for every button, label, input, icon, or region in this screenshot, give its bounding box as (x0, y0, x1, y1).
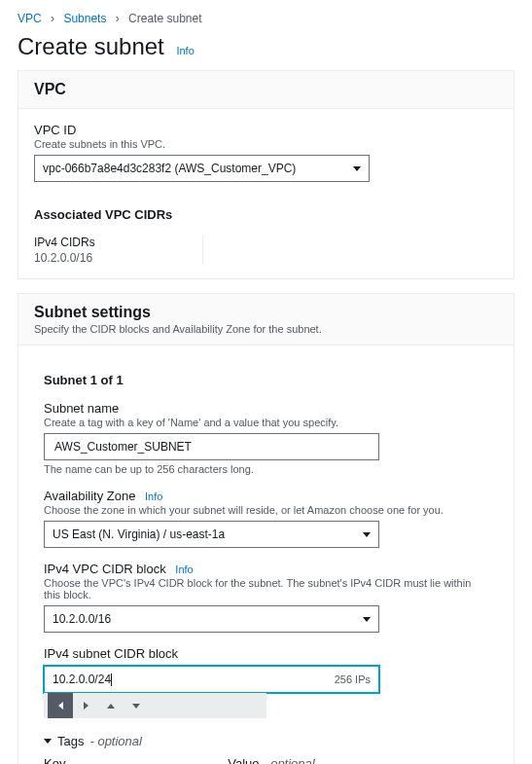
vpc-cidr-select[interactable]: 10.2.0.0/16 (44, 605, 379, 633)
info-link[interactable]: Info (176, 45, 194, 56)
arrow-left-icon (58, 702, 63, 709)
az-select[interactable]: US East (N. Virginia) / us-east-1a (44, 521, 379, 548)
ipv4-cidrs-label: IPv4 CIDRs (34, 236, 95, 249)
subnet-name-input[interactable] (44, 433, 379, 460)
vpc-id-label: VPC ID (34, 123, 498, 137)
caret-down-icon (44, 739, 52, 744)
subnet-cidr-label: IPv4 subnet CIDR block (44, 646, 488, 661)
subnet-name-help: Create a tag with a key of 'Name' and a … (44, 417, 488, 428)
az-help: Choose the zone in which your subnet wil… (44, 504, 488, 516)
vpc-cidr-info-link[interactable]: Info (175, 564, 193, 575)
vpc-id-help: Create subnets in this VPC. (34, 138, 498, 150)
cidr-up-button[interactable] (98, 693, 124, 718)
arrow-right-icon (84, 702, 89, 709)
breadcrumb-subnets[interactable]: Subnets (63, 12, 106, 25)
assoc-cidrs-heading: Associated VPC CIDRs (34, 207, 498, 222)
ipv4-cidrs-value: 10.2.0.0/16 (34, 251, 95, 265)
subnet-settings-sub: Specify the CIDR blocks and Availability… (34, 323, 498, 335)
subnet-counter: Subnet 1 of 1 (44, 373, 488, 387)
breadcrumb: VPC › Subnets › Create subnet (18, 12, 514, 25)
arrow-down-icon (132, 704, 140, 709)
subnet-name-label: Subnet name (44, 401, 488, 416)
tags-toggle[interactable]: Tags - optional (44, 734, 488, 748)
subnet-name-hint: The name can be up to 256 characters lon… (44, 463, 488, 475)
breadcrumb-vpc[interactable]: VPC (18, 12, 42, 25)
az-value: US East (N. Virginia) / us-east-1a (53, 528, 225, 541)
vpc-cidr-block-label: IPv4 VPC CIDR block Info (44, 562, 488, 576)
cidr-next-button[interactable] (73, 693, 98, 718)
vpc-card-heading: VPC (18, 71, 514, 109)
az-info-link[interactable]: Info (145, 491, 162, 502)
vpc-card: VPC VPC ID Create subnets in this VPC. v… (18, 70, 514, 279)
chevron-down-icon (363, 617, 371, 622)
cidr-stepper (44, 693, 266, 718)
subnet-settings-heading: Subnet settings (34, 304, 498, 321)
chevron-right-icon: › (116, 12, 120, 25)
vpc-id-value: vpc-066b7a8e4d3c283f2 (AWS_Customer_VPC) (43, 162, 296, 175)
chevron-down-icon (353, 166, 361, 171)
chevron-down-icon (363, 532, 371, 537)
vpc-cidr-value: 10.2.0.0/16 (53, 612, 111, 626)
subnet-cidr-input[interactable]: 10.2.0.0/24 256 IPs (44, 666, 379, 693)
tags-optional: - optional (89, 734, 141, 748)
subnet-cidr-value: 10.2.0.0/24 (53, 673, 112, 686)
subnet-name-field[interactable] (53, 434, 371, 459)
cidr-prev-button[interactable] (48, 693, 73, 718)
chevron-right-icon: › (51, 12, 54, 25)
subnet-settings-card: Subnet settings Specify the CIDR blocks … (18, 293, 514, 764)
vpc-cidr-help: Choose the VPC's IPv4 CIDR block for the… (44, 577, 488, 600)
breadcrumb-current: Create subnet (128, 12, 201, 25)
az-label: Availability Zone Info (44, 489, 488, 503)
vpc-id-select[interactable]: vpc-066b7a8e4d3c283f2 (AWS_Customer_VPC) (34, 155, 370, 182)
tag-value-header: Value - optional (228, 756, 402, 764)
tags-label: Tags (57, 734, 84, 748)
page-title: Create subnet Info (18, 33, 514, 60)
subnet-cidr-ipcount: 256 IPs (329, 673, 371, 685)
tag-key-header: Key (44, 756, 218, 764)
cidr-down-button[interactable] (124, 693, 149, 718)
arrow-up-icon (107, 704, 115, 709)
